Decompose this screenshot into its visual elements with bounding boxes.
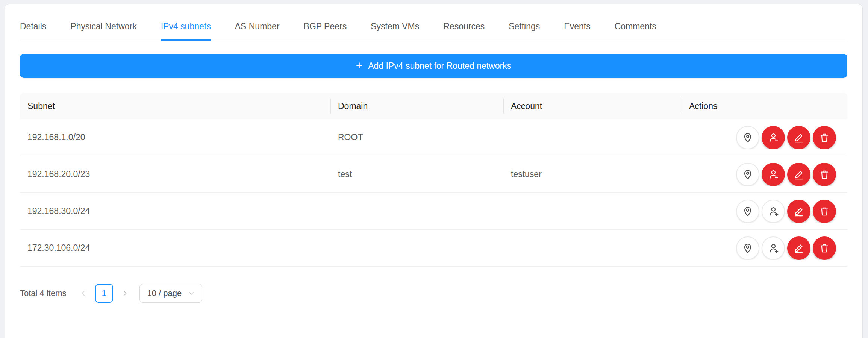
- edit-subnet-button[interactable]: [787, 126, 810, 149]
- delete-subnet-button[interactable]: [813, 200, 836, 223]
- pagination-bar: Total 4 items 1 10 / page: [20, 284, 847, 303]
- tab-comments[interactable]: Comments: [615, 14, 656, 41]
- trash-icon: [819, 132, 830, 143]
- tab-events[interactable]: Events: [564, 14, 590, 41]
- edit-pencil-icon: [793, 243, 804, 254]
- user-plus-icon: [768, 206, 779, 217]
- edit-pencil-icon: [793, 132, 804, 143]
- page-number-button[interactable]: 1: [95, 284, 113, 303]
- location-pin-icon: [742, 243, 753, 254]
- delete-subnet-button[interactable]: [813, 126, 836, 149]
- remove-account-button[interactable]: [762, 126, 785, 149]
- add-account-button[interactable]: [762, 236, 785, 260]
- location-button[interactable]: [736, 126, 759, 149]
- location-button[interactable]: [736, 236, 759, 260]
- tab-as-number[interactable]: AS Number: [235, 14, 280, 41]
- edit-pencil-icon: [793, 206, 804, 217]
- add-ipv4-subnet-button-label: Add IPv4 subnet for Routed networks: [368, 61, 511, 71]
- tab-settings[interactable]: Settings: [509, 14, 540, 41]
- add-ipv4-subnet-button[interactable]: + Add IPv4 subnet for Routed networks: [20, 54, 847, 78]
- table-row: 192.168.1.0/20 ROOT: [20, 119, 847, 156]
- remove-account-button[interactable]: [762, 163, 785, 186]
- column-header-account: Account: [503, 93, 682, 119]
- trash-icon: [819, 243, 830, 254]
- subnet-cell: 192.168.20.0/23: [20, 169, 330, 179]
- page-size-select[interactable]: 10 / page: [139, 284, 203, 303]
- table-row: 192.168.30.0/24: [20, 193, 847, 230]
- previous-page-button[interactable]: [77, 284, 90, 303]
- chevron-right-icon: [121, 289, 129, 297]
- add-account-button[interactable]: [762, 200, 785, 223]
- domain-cell: ROOT: [330, 132, 503, 142]
- domain-cell: test: [330, 169, 503, 179]
- delete-subnet-button[interactable]: [813, 236, 836, 260]
- page-size-label: 10 / page: [147, 288, 182, 298]
- account-cell: testuser: [503, 169, 682, 179]
- tab-system-vms[interactable]: System VMs: [371, 14, 419, 41]
- actions-cell: [682, 236, 847, 260]
- tab-physical-network[interactable]: Physical Network: [70, 14, 136, 41]
- column-header-domain: Domain: [330, 93, 503, 119]
- trash-icon: [819, 169, 830, 180]
- actions-cell: [682, 126, 847, 149]
- edit-subnet-button[interactable]: [787, 200, 810, 223]
- subnet-cell: 192.168.1.0/20: [20, 132, 330, 142]
- table-row: 172.30.106.0/24: [20, 230, 847, 267]
- table-row: 192.168.20.0/23 test testuser: [20, 156, 847, 193]
- actions-cell: [682, 200, 847, 223]
- actions-cell: [682, 163, 847, 186]
- network-detail-card: Details Physical Network IPv4 subnets AS…: [5, 4, 863, 338]
- tab-bar: Details Physical Network IPv4 subnets AS…: [20, 4, 847, 41]
- location-button[interactable]: [736, 163, 759, 186]
- location-pin-icon: [742, 206, 753, 217]
- user-plus-icon: [768, 243, 779, 254]
- trash-icon: [819, 206, 830, 217]
- tab-ipv4-subnets[interactable]: IPv4 subnets: [161, 14, 211, 41]
- ipv4-subnets-table: Subnet Domain Account Actions 192.168.1.…: [20, 93, 847, 267]
- chevron-down-icon: [188, 289, 195, 297]
- location-pin-icon: [742, 132, 753, 143]
- column-header-actions: Actions: [682, 93, 847, 119]
- location-button[interactable]: [736, 200, 759, 223]
- column-header-subnet: Subnet: [20, 93, 330, 119]
- chevron-left-icon: [79, 289, 88, 297]
- tab-details[interactable]: Details: [20, 14, 46, 41]
- edit-subnet-button[interactable]: [787, 236, 810, 260]
- delete-subnet-button[interactable]: [813, 163, 836, 186]
- user-minus-icon: [768, 132, 779, 143]
- subnet-cell: 192.168.30.0/24: [20, 206, 330, 216]
- user-minus-icon: [768, 169, 779, 180]
- next-page-button[interactable]: [118, 284, 131, 303]
- total-items-label: Total 4 items: [20, 288, 67, 298]
- plus-icon: +: [356, 60, 363, 71]
- edit-subnet-button[interactable]: [787, 163, 810, 186]
- subnet-cell: 172.30.106.0/24: [20, 243, 330, 253]
- location-pin-icon: [742, 169, 753, 180]
- tab-bgp-peers[interactable]: BGP Peers: [304, 14, 347, 41]
- tab-resources[interactable]: Resources: [443, 14, 485, 41]
- table-header-row: Subnet Domain Account Actions: [20, 93, 847, 119]
- edit-pencil-icon: [793, 169, 804, 180]
